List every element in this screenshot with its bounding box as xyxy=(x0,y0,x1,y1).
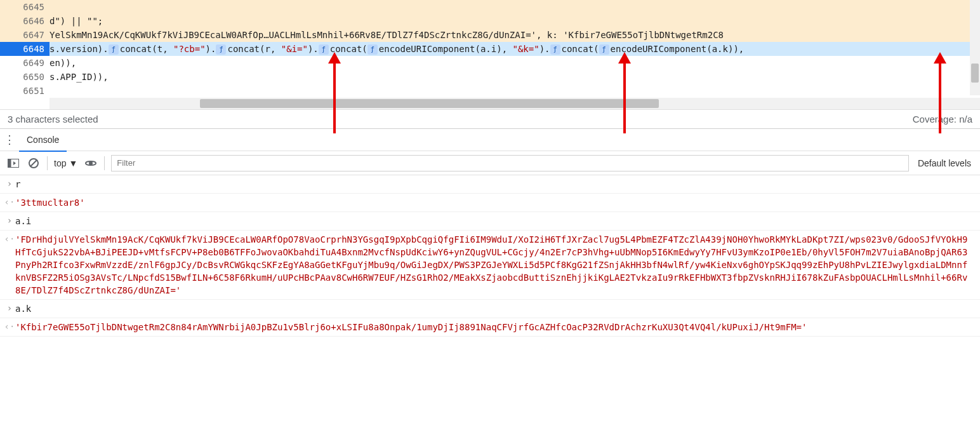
code-text[interactable]: d") || ""; xyxy=(50,14,980,28)
output-arrow-icon: ‹· xyxy=(4,233,15,245)
function-badge-icon[interactable]: ƒ xyxy=(368,44,378,55)
line-number[interactable]: 6647 xyxy=(0,28,50,42)
console-toolbar: top ▼ Default levels xyxy=(0,151,980,175)
selection-status: 3 characters selected xyxy=(8,114,98,124)
code-status-bar: 3 characters selected Coverage: n/a xyxy=(0,109,980,128)
code-token: "&i=" xyxy=(281,44,308,54)
input-arrow-icon: › xyxy=(4,215,15,226)
code-token: "?cb=" xyxy=(173,44,206,54)
code-line[interactable]: 6648s.version).ƒconcat(t, "?cb=").ƒconca… xyxy=(0,42,980,56)
code-vertical-scrollbar-thumb[interactable] xyxy=(971,64,979,83)
console-output-row[interactable]: ‹·'FDrHhdjulVYelSkmMn19AcK/CqKWUkf7kViJB… xyxy=(0,231,980,300)
line-number[interactable]: 6649 xyxy=(0,56,50,70)
code-token: YelSkmMn19AcK/CqKWUkf7kViJB9CEcaLW0ARfOp… xyxy=(50,30,724,40)
console-input-row[interactable]: ›a.k xyxy=(0,300,980,318)
dropdown-icon: ▼ xyxy=(69,158,77,168)
console-message[interactable]: a.k xyxy=(15,302,976,315)
execution-context-label: top xyxy=(54,158,66,168)
console-output-row[interactable]: ‹·'Kfbir7eGWE55oTjlbDNtwgetRm2C8n84rAmYW… xyxy=(0,318,980,337)
code-line[interactable]: 6646d") || ""; xyxy=(0,14,980,28)
code-token: concat(r, xyxy=(227,44,281,54)
function-badge-icon[interactable]: ƒ xyxy=(599,44,609,55)
console-sidebar-toggle-icon[interactable] xyxy=(6,156,20,170)
function-badge-icon[interactable]: ƒ xyxy=(216,44,226,55)
console-message[interactable]: a.i xyxy=(15,215,976,227)
output-arrow-icon: ‹· xyxy=(4,321,15,332)
code-line[interactable]: 6649en)), xyxy=(0,56,980,70)
code-token: encodeURIComponent(a.k)), xyxy=(611,44,745,54)
clear-console-icon[interactable] xyxy=(27,156,41,170)
console-message[interactable]: r xyxy=(15,178,976,191)
code-line[interactable]: 6651 xyxy=(0,84,980,98)
code-text[interactable]: en)), xyxy=(50,56,980,70)
console-log-area[interactable]: ›r‹·'3ttmucltar8'›a.i‹·'FDrHhdjulVYelSkm… xyxy=(0,175,980,337)
function-badge-icon[interactable]: ƒ xyxy=(109,44,119,55)
console-output-row[interactable]: ‹·'3ttmucltar8' xyxy=(0,194,980,212)
live-expression-icon[interactable] xyxy=(84,156,98,170)
line-number[interactable]: 6651 xyxy=(0,84,50,98)
input-arrow-icon: › xyxy=(4,302,15,314)
tab-console[interactable]: Console xyxy=(19,128,67,151)
input-arrow-icon: › xyxy=(4,178,15,189)
code-token: concat( xyxy=(562,44,599,54)
log-level-selector[interactable]: Default levels xyxy=(915,158,974,168)
console-input-row[interactable]: ›a.i xyxy=(0,212,980,231)
code-token: ). xyxy=(308,44,319,54)
code-line[interactable]: 6647YelSkmMn19AcK/CqKWUkf7kViJB9CEcaLW0A… xyxy=(0,28,980,42)
toolbar-divider xyxy=(47,156,48,170)
line-number[interactable]: 6645 xyxy=(0,0,50,14)
code-text[interactable]: YelSkmMn19AcK/CqKWUkf7kViJB9CEcaLW0ARfOp… xyxy=(50,28,980,42)
coverage-status: Coverage: n/a xyxy=(913,114,972,124)
line-number[interactable]: 6650 xyxy=(0,70,50,84)
code-horizontal-scrollbar-thumb[interactable] xyxy=(200,99,659,108)
source-code-panel[interactable]: 66456646d") || "";6647YelSkmMn19AcK/CqKW… xyxy=(0,0,980,109)
code-token: ). xyxy=(206,44,216,54)
svg-line-4 xyxy=(30,160,37,166)
code-token: ). xyxy=(540,44,550,54)
code-token: en)), xyxy=(50,58,76,68)
code-token: d") || ""; xyxy=(50,16,103,26)
console-filter-input[interactable] xyxy=(111,155,909,171)
svg-marker-2 xyxy=(13,161,16,165)
svg-rect-1 xyxy=(8,159,11,167)
code-token: concat(t, xyxy=(120,44,173,54)
line-number[interactable]: 6648 xyxy=(0,42,50,56)
output-arrow-icon: ‹· xyxy=(4,196,15,208)
drawer-tabs: ⋮ Console xyxy=(0,128,980,151)
console-message[interactable]: 'FDrHhdjulVYelSkmMn19AcK/CqKWUkf7kViJB9C… xyxy=(15,233,976,297)
console-input-row[interactable]: ›r xyxy=(0,175,980,194)
code-text[interactable] xyxy=(50,0,980,14)
code-token: encodeURIComponent(a.i), xyxy=(379,44,513,54)
execution-context-selector[interactable]: top ▼ xyxy=(54,158,77,168)
code-line[interactable]: 6650s.APP_ID)), xyxy=(0,70,980,84)
code-token: s.version). xyxy=(50,44,109,54)
code-token: "&k=" xyxy=(513,44,540,54)
console-message[interactable]: '3ttmucltar8' xyxy=(15,196,976,209)
svg-point-5 xyxy=(89,161,93,165)
drawer-menu-icon[interactable]: ⋮ xyxy=(0,133,19,147)
toolbar-divider xyxy=(104,156,105,170)
code-line[interactable]: 6645 xyxy=(0,0,980,14)
line-number[interactable]: 6646 xyxy=(0,14,50,28)
code-horizontal-scrollbar[interactable] xyxy=(50,98,980,109)
function-badge-icon[interactable]: ƒ xyxy=(550,44,560,55)
code-token: s.APP_ID)), xyxy=(50,72,109,82)
code-token: concat( xyxy=(330,44,368,54)
console-message[interactable]: 'Kfbir7eGWE55oTjlbDNtwgetRm2C8n84rAmYWNr… xyxy=(15,321,976,333)
code-text[interactable]: s.APP_ID)), xyxy=(50,70,980,84)
code-vertical-scrollbar[interactable] xyxy=(970,0,980,95)
function-badge-icon[interactable]: ƒ xyxy=(319,44,329,55)
code-text[interactable] xyxy=(50,84,980,98)
code-text[interactable]: s.version).ƒconcat(t, "?cb=").ƒconcat(r,… xyxy=(50,42,980,56)
